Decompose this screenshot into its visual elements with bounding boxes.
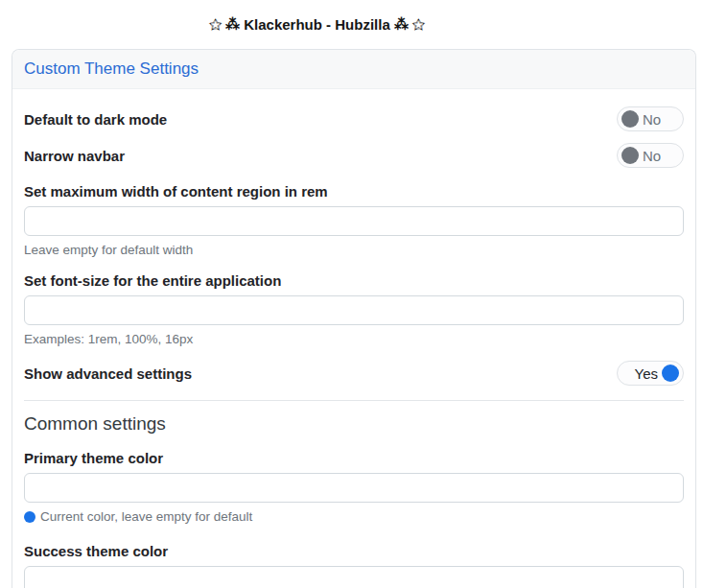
max-width-help: Leave empty for default width: [24, 243, 684, 257]
font-size-help: Examples: 1rem, 100%, 16px: [24, 332, 684, 346]
window-title: ✩ ⁂ Klackerhub - Hubzilla ⁂ ✩: [209, 16, 424, 34]
primary-color-help-text: Current color, leave empty for default: [40, 509, 252, 524]
custom-theme-settings-panel: Custom Theme Settings Default to dark mo…: [12, 49, 696, 588]
font-size-input[interactable]: [24, 295, 684, 325]
max-width-label: Set maximum width of content region in r…: [24, 183, 684, 200]
setting-group-max-width: Set maximum width of content region in r…: [24, 183, 684, 257]
narrow-navbar-toggle-value: No: [643, 148, 661, 164]
success-color-input[interactable]: [24, 566, 684, 588]
setting-group-primary-color: Primary theme color Current color, leave…: [24, 450, 684, 524]
panel-body: Default to dark mode No Narrow navbar No…: [12, 89, 695, 588]
font-size-label: Set font-size for the entire application: [24, 272, 684, 289]
primary-color-label: Primary theme color: [24, 450, 684, 466]
setting-row-dark-mode: Default to dark mode No: [24, 106, 684, 131]
setting-group-success-color: Success theme color Current color, leave…: [24, 543, 684, 588]
primary-color-input[interactable]: [24, 473, 684, 503]
dark-mode-toggle[interactable]: No: [617, 106, 684, 131]
setting-row-advanced: Show advanced settings Yes: [24, 361, 684, 386]
toggle-knob-icon: [621, 147, 639, 164]
advanced-settings-toggle-value: Yes: [635, 365, 658, 382]
dark-mode-toggle-value: No: [643, 111, 661, 128]
narrow-navbar-label: Narrow navbar: [24, 148, 125, 164]
primary-color-help: Current color, leave empty for default: [24, 509, 684, 524]
common-settings-heading: Common settings: [24, 413, 684, 435]
panel-header: Custom Theme Settings: [12, 50, 695, 89]
top-bar: ✩ ⁂ Klackerhub - Hubzilla ⁂ ✩: [0, 0, 703, 49]
success-color-label: Success theme color: [24, 543, 684, 559]
narrow-navbar-toggle[interactable]: No: [617, 143, 684, 168]
toggle-knob-icon: [662, 365, 679, 382]
max-width-input[interactable]: [24, 206, 684, 236]
setting-group-font-size: Set font-size for the entire application…: [24, 272, 684, 346]
section-divider: [24, 400, 684, 401]
setting-row-narrow-navbar: Narrow navbar No: [24, 143, 684, 168]
advanced-settings-toggle[interactable]: Yes: [617, 361, 684, 386]
toggle-knob-icon: [621, 110, 639, 128]
dark-mode-label: Default to dark mode: [24, 111, 167, 128]
primary-color-dot-icon: [24, 511, 35, 523]
advanced-settings-label: Show advanced settings: [24, 365, 192, 382]
panel-title-link[interactable]: Custom Theme Settings: [24, 59, 199, 78]
